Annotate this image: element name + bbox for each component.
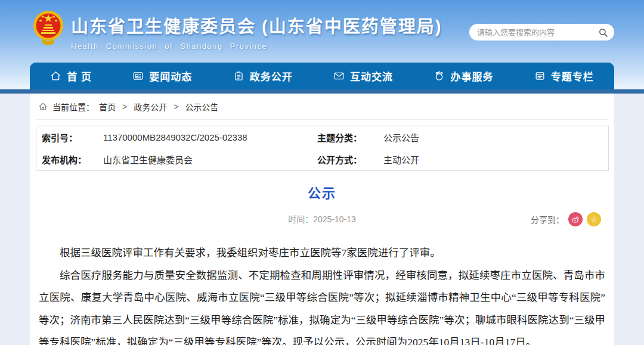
nav-item-label: 办事服务 (450, 69, 493, 83)
brand-text: 山东省卫生健康委员会 (山东省中医药管理局) Health Commission… (71, 9, 442, 51)
nav-item-label: 政务公开 (250, 69, 293, 83)
meta-label-topic-category: 主题分类： (312, 131, 383, 144)
article-paragraph: 综合医疗服务能力与质量安全数据监测、不定期检查和周期性评审情况，经审核同意，拟延… (39, 265, 605, 345)
breadcrumb-item-home[interactable]: 首页 (99, 101, 116, 113)
article-meta-row: 时间：2025-10-13 分享到： ☆ (30, 211, 614, 228)
nav-item-label: 互动交流 (350, 69, 393, 83)
qzone-share-button[interactable]: ☆ (587, 212, 601, 226)
weibo-share-button[interactable] (568, 212, 583, 226)
nav-item-interaction[interactable]: 互动交流 (327, 63, 399, 89)
breadcrumb-separator: > (122, 102, 127, 111)
publish-time-label: 时间： (288, 215, 313, 224)
search-box (469, 24, 614, 41)
nav-item-label: 专题专栏 (551, 69, 594, 83)
search-input[interactable] (477, 28, 597, 37)
breadcrumb-item-gov-affairs[interactable]: 政务公开 (134, 101, 167, 113)
article-title: 公示 (30, 182, 614, 201)
site-subtitle: Health Commission of Shandong Province (71, 42, 442, 51)
site-header: 山东省卫生健康委员会 (山东省中医药管理局) Health Commission… (0, 0, 644, 89)
nav-item-services[interactable]: 办事服务 (428, 63, 499, 89)
service-icon (434, 70, 445, 82)
national-emblem-logo (33, 9, 64, 47)
breadcrumb-home-icon (38, 102, 48, 111)
publish-time-value: 2025-10-13 (313, 215, 356, 224)
article-body: 根据三级医院评审工作有关要求，我委组织对枣庄市立医院等7家医院进行了评审。 综合… (39, 242, 605, 345)
meta-value-issuing-agency: 山东省卫生健康委员会 (103, 153, 312, 166)
news-icon (132, 70, 144, 82)
publish-time: 时间：2025-10-13 (30, 211, 614, 228)
nav-item-label: 要闻动态 (149, 69, 192, 83)
search-icon (598, 27, 608, 38)
home-icon (50, 70, 61, 82)
qzone-star-icon: ☆ (590, 215, 598, 223)
document-meta-table: 索引号： 11370000MB2849032C/2025-02338 主题分类：… (36, 126, 609, 171)
site-brand: 山东省卫生健康委员会 (山东省中医药管理局) Health Commission… (33, 9, 442, 51)
site-title: 山东省卫生健康委员会 (山东省中医药管理局) (71, 13, 442, 38)
breadcrumb-item-announcements[interactable]: 公示公告 (185, 101, 218, 113)
nav-item-special-columns[interactable]: 专题专栏 (528, 63, 600, 89)
nav-item-home[interactable]: 首 页 (44, 63, 98, 89)
nav-item-label: 首 页 (67, 69, 92, 83)
breadcrumb-label: 当前位置： (52, 101, 94, 113)
breadcrumb: 当前位置： 首页 > 政务公开 > 公示公告 (36, 94, 608, 120)
meta-value-topic-category: 公示公告 (383, 131, 608, 144)
main-nav: 首 页 要闻动态 政务公开 (30, 63, 614, 89)
article-paragraph: 根据三级医院评审工作有关要求，我委组织对枣庄市立医院等7家医院进行了评审。 (39, 242, 605, 265)
weibo-icon (571, 215, 580, 223)
share-bar: 分享到： ☆ (531, 211, 601, 228)
meta-value-index-number: 11370000MB2849032C/2025-02338 (103, 132, 312, 142)
search-button[interactable] (597, 27, 608, 38)
clipboard-icon (233, 70, 244, 82)
mail-icon (333, 70, 345, 82)
breadcrumb-separator: > (174, 102, 178, 111)
meta-label-index-number: 索引号： (36, 131, 103, 144)
meta-label-issuing-agency: 发布机构： (36, 153, 103, 166)
column-icon (534, 70, 546, 82)
nav-underline-bar (0, 89, 644, 94)
share-label: 分享到： (531, 213, 564, 225)
content-card: 当前位置： 首页 > 政务公开 > 公示公告 索引号： 11370000MB28… (30, 94, 614, 345)
nav-item-gov-affairs[interactable]: 政务公开 (227, 63, 299, 89)
meta-label-disclosure-method: 公开方式： (312, 153, 383, 166)
meta-value-disclosure-method: 主动公开 (383, 153, 608, 166)
nav-item-news[interactable]: 要闻动态 (126, 63, 198, 89)
